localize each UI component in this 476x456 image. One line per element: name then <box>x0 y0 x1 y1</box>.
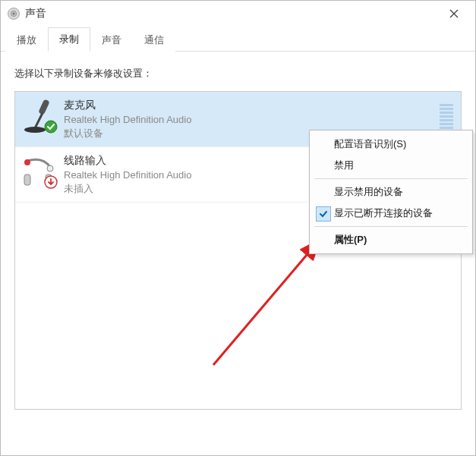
default-check-icon <box>44 120 58 136</box>
cm-show-disconnected[interactable]: 显示已断开连接的设备 <box>311 203 471 224</box>
svg-line-4 <box>35 113 43 128</box>
sound-window: 声音 播放 录制 声音 通信 选择以下录制设备来修改设置： <box>0 0 476 456</box>
speaker-icon <box>7 7 20 20</box>
cm-separator <box>314 226 468 227</box>
cm-show-disabled[interactable]: 显示禁用的设备 <box>311 181 471 203</box>
cm-separator <box>314 178 468 179</box>
down-arrow-icon <box>44 175 58 191</box>
check-icon <box>316 206 331 222</box>
cm-properties[interactable]: 属性(P) <box>311 229 471 250</box>
titlebar: 声音 <box>1 1 475 27</box>
device-driver: Realtek High Definition Audio <box>64 113 453 127</box>
device-name: 麦克风 <box>64 98 453 113</box>
level-meter <box>440 99 453 133</box>
svg-point-7 <box>24 159 30 165</box>
tab-strip: 播放 录制 声音 通信 <box>1 27 475 52</box>
close-button[interactable] <box>439 3 469 24</box>
svg-rect-3 <box>38 99 50 115</box>
cm-show-disconnected-label: 显示已断开连接的设备 <box>334 206 433 220</box>
tab-comm[interactable]: 通信 <box>133 28 175 52</box>
tab-playback[interactable]: 播放 <box>5 28 48 52</box>
tab-record[interactable]: 录制 <box>48 27 90 52</box>
instruction-text: 选择以下录制设备来修改设置： <box>14 67 462 80</box>
svg-point-8 <box>47 165 53 171</box>
svg-point-6 <box>45 121 57 133</box>
svg-rect-9 <box>24 175 30 185</box>
close-icon <box>449 6 459 22</box>
tab-sound[interactable]: 声音 <box>90 28 133 52</box>
context-menu: 配置语音识别(S) 禁用 显示禁用的设备 显示已断开连接的设备 属性(P) <box>309 130 473 254</box>
svg-point-5 <box>24 127 46 133</box>
cm-disable[interactable]: 禁用 <box>311 155 471 176</box>
cm-configure-speech[interactable]: 配置语音识别(S) <box>311 134 471 155</box>
microphone-icon <box>20 98 56 134</box>
svg-point-2 <box>13 13 15 15</box>
window-title: 声音 <box>25 7 439 20</box>
linein-icon <box>20 153 56 190</box>
